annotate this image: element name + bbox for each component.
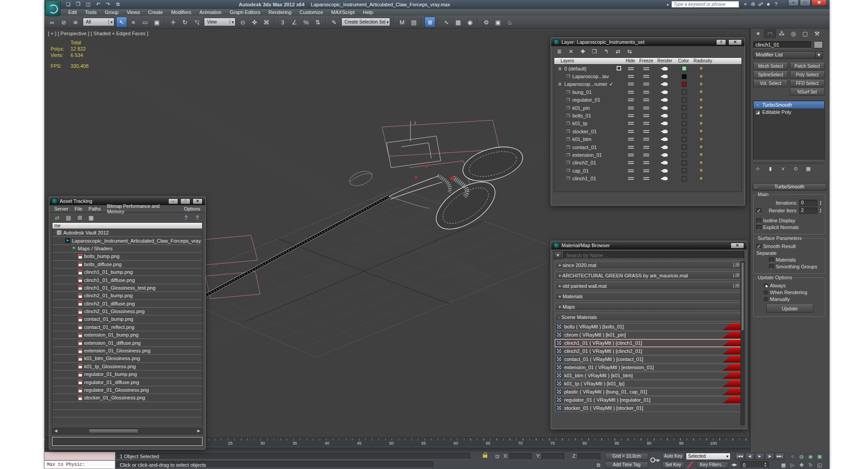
render-toggle[interactable]: [660, 127, 670, 135]
open-file-icon[interactable]: ❒: [74, 0, 82, 8]
layer-row[interactable]: ❒ stocker_01: [554, 127, 741, 135]
configure-modifier-sets-icon[interactable]: ▦: [804, 165, 813, 172]
layer-row[interactable]: ❒ clinch1_01: [554, 174, 741, 182]
radiosity-toggle[interactable]: [696, 136, 706, 143]
reference-coordinate-system-dropdown[interactable]: View: [204, 18, 236, 26]
material-row[interactable]: k01_btm ( VRayMtl ) [k01_btm]: [555, 372, 743, 380]
menu-item[interactable]: Customize: [296, 9, 327, 16]
material-row[interactable]: chrom ( VRayMtl ) [k01_pin]: [555, 331, 743, 339]
tab-hierarchy[interactable]: ⁂: [776, 29, 788, 38]
infocenter-search-input[interactable]: [671, 1, 739, 8]
rendered-frame-window-icon[interactable]: ▣: [492, 17, 503, 28]
rectangular-selection-region-icon[interactable]: ▭: [140, 17, 151, 28]
material-row[interactable]: clinch2_01 ( VRayMtl ) [clinch2_01]: [555, 347, 743, 355]
asset-tree-row[interactable]: ➤ ⚑ bolts_bump.png: [52, 253, 202, 260]
freeze-toggle[interactable]: [641, 136, 651, 143]
layer-color-swatch[interactable]: [680, 136, 688, 143]
create-new-layer-icon[interactable]: ≣: [555, 48, 564, 56]
asset-tree-row[interactable]: ➤ ⚑ regulator_01_Glossiness.png: [52, 386, 202, 394]
zoom-icon[interactable]: ○: [788, 453, 797, 460]
new-scene-icon[interactable]: ❏: [64, 0, 72, 8]
manually-radio[interactable]: [764, 297, 768, 301]
menu-item[interactable]: Rendering: [264, 9, 296, 16]
asset-tree-row[interactable]: ➤ ⚑ clinch1_01_bump.png: [52, 268, 202, 276]
smoothing-groups-checkbox[interactable]: [769, 264, 774, 269]
maxscript-mini-listener[interactable]: Max to Physic:: [44, 460, 115, 469]
layer-color-swatch[interactable]: [680, 96, 688, 104]
hide-toggle[interactable]: [626, 159, 636, 167]
snaps-toggle-icon[interactable]: 3: [277, 17, 288, 28]
hide-toggle[interactable]: [626, 88, 636, 96]
asset-tree-row[interactable]: ➤ ⚑ k01_btm_Glossiness.png: [52, 355, 202, 362]
material-group-bar[interactable]: - Scene Materials: [555, 313, 743, 321]
render-toggle[interactable]: [660, 143, 670, 151]
material-group-bar[interactable]: + old painted wall.mat LIB: [555, 281, 743, 290]
layer-color-swatch[interactable]: [680, 88, 688, 96]
asset-tree-row[interactable]: ➤ ⚑ clinch1_01_Glossiness_test.png: [52, 284, 202, 292]
modifier-stack-item[interactable]: ○ TurboSmooth: [754, 101, 824, 108]
edit-named-selection-sets-icon[interactable]: ✎: [329, 17, 340, 28]
radiosity-toggle[interactable]: [696, 151, 706, 159]
layer-row[interactable]: ❒ bung_01: [554, 88, 741, 96]
schematic-view-icon[interactable]: ▦: [453, 17, 463, 28]
layer-color-swatch[interactable]: [680, 80, 688, 88]
radiosity-toggle[interactable]: [696, 88, 706, 96]
freeze-toggle[interactable]: [641, 104, 651, 112]
new-key-icon[interactable]: [686, 461, 693, 468]
angle-snap-toggle-icon[interactable]: ∠: [289, 17, 300, 28]
modifier-button[interactable]: FFD Select: [790, 80, 825, 87]
layer-row[interactable]: ❒ clinch2_01: [554, 159, 741, 167]
select-object-icon[interactable]: ↖: [116, 17, 127, 28]
asset-tree-row[interactable]: ➤ ⚑ Maps / Shaders: [52, 245, 202, 253]
layer-color-swatch[interactable]: [680, 120, 688, 127]
asset-tree-row[interactable]: ➤ ⚑: [52, 410, 202, 417]
select-and-link-icon[interactable]: ∞: [47, 17, 57, 28]
hide-toggle[interactable]: [626, 120, 636, 127]
keyboard-shortcut-key-icon[interactable]: [650, 455, 660, 464]
render-toggle[interactable]: [660, 104, 670, 112]
viewport-label[interactable]: [ + ] [ Perspective ] [ Shaded + Edged F…: [48, 31, 148, 36]
undo-icon[interactable]: ↶: [94, 0, 102, 8]
zoom-all-icon[interactable]: ◎: [797, 453, 806, 460]
key-filters-button[interactable]: Key Filters...: [697, 461, 728, 469]
render-iters-field[interactable]: 2: [799, 207, 817, 214]
render-toggle[interactable]: [660, 151, 670, 159]
render-toggle[interactable]: [660, 112, 670, 119]
mirror-icon[interactable]: M: [396, 17, 407, 28]
maximize-button[interactable]: □: [180, 198, 190, 204]
material-group-bar[interactable]: + ARCHITECTURAL GREEN GRASS by ark_mauri…: [555, 271, 743, 280]
asset-tree-row[interactable]: ➤ ⚑ regulator_01_diffuse.png: [52, 378, 202, 386]
play-animation-button[interactable]: ▶: [755, 453, 764, 460]
window-crossing-toggle-icon[interactable]: ▣: [151, 17, 162, 28]
select-and-manipulate-icon[interactable]: ✜: [249, 17, 260, 28]
pan-view-icon[interactable]: ✥: [797, 461, 806, 469]
tab-modify[interactable]: ◠: [764, 29, 776, 38]
hide-toggle[interactable]: [626, 65, 636, 72]
modifier-button[interactable]: Mesh Select: [753, 63, 788, 70]
menu-item[interactable]: Help: [359, 9, 377, 16]
spinner-snap-toggle-icon[interactable]: ⇅: [312, 17, 323, 28]
select-and-scale-icon[interactable]: ◹: [191, 17, 202, 28]
modifier-button[interactable]: NSurf Sel: [790, 89, 825, 96]
layer-row[interactable]: ≣ Laparoscop...rumer ✓: [554, 80, 741, 88]
maximize-viewport-toggle-icon[interactable]: ◱: [815, 461, 824, 469]
subscription-center-icon[interactable]: ✇: [749, 1, 757, 8]
asset-tree-row[interactable]: ➤ ⚑ contact_01_bump.png: [52, 315, 202, 323]
material-row[interactable]: contact_01 ( VRayMtl ) [contact_01]: [555, 356, 743, 363]
menu-item[interactable]: File: [71, 206, 85, 211]
previous-frame-button[interactable]: ◀|: [745, 453, 755, 460]
frame-spinner[interactable]: ▲▼: [764, 462, 768, 467]
modifier-button[interactable]: SplineSelect: [753, 71, 788, 79]
layer-color-swatch[interactable]: [680, 104, 688, 112]
menu-item[interactable]: Edit: [64, 9, 81, 16]
render-toggle[interactable]: [660, 80, 670, 88]
horizontal-scrollbar[interactable]: ◀ ▶: [52, 428, 203, 434]
when-rendering-radio[interactable]: [764, 290, 768, 295]
favorites-icon[interactable]: ★: [764, 1, 772, 8]
name-column-header[interactable]: me: [52, 222, 203, 229]
orbit-view-icon[interactable]: ↻: [806, 461, 815, 469]
zoom-extents-all-icon[interactable]: ▣: [815, 453, 824, 460]
render-iters-spinner[interactable]: ▲▼: [819, 208, 823, 213]
radiosity-toggle[interactable]: [696, 96, 706, 104]
go-to-end-button[interactable]: ▶▶|: [775, 453, 784, 460]
